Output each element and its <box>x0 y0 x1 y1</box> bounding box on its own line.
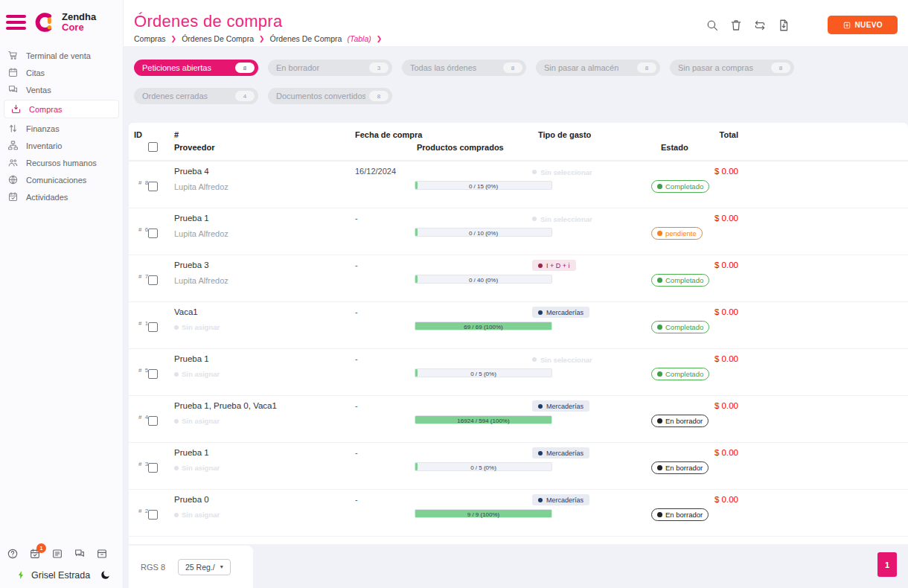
progress-bar: 69 / 69 (100%) <box>415 322 552 330</box>
archive-button[interactable] <box>96 548 108 560</box>
sidebar-item-actividades[interactable]: Actividades <box>0 188 123 205</box>
sidebar-item-ventas[interactable]: Ventas <box>0 81 123 98</box>
brand-name-main: Zendha <box>62 12 96 22</box>
sidebar-item-finanzas[interactable]: Finanzas <box>0 120 123 137</box>
row-proveedor[interactable]: Prueba 1 <box>174 448 209 457</box>
row-fecha: - <box>355 354 358 363</box>
sidebar-item-label: Finanzas <box>26 124 60 133</box>
chevron-down-icon: ▾ <box>220 563 223 570</box>
estado-label: En borrador <box>665 417 703 425</box>
row-proveedor[interactable]: Prueba 1, Prueba 0, Vaca1 <box>174 401 277 410</box>
tipo-gasto-badge: Mercaderías <box>532 400 589 412</box>
tipo-gasto-label: Sin seleccionar <box>540 168 592 176</box>
row-checkbox[interactable] <box>148 182 158 191</box>
filter-chip-peticiones-abiertas[interactable]: Peticiones abiertas8 <box>134 60 258 76</box>
row-subtitle-label: Sin asignar <box>182 417 220 425</box>
globe-icon <box>7 174 19 185</box>
dot-icon <box>174 513 179 517</box>
sidebar-item-recursos-humanos[interactable]: Recursos humanos <box>0 154 123 171</box>
sidebar-item-label: Actividades <box>26 193 68 202</box>
filter-chip-count: 3 <box>369 63 389 73</box>
filter-chip-count: 8 <box>369 91 389 101</box>
sidebar-item-comunicaciones[interactable]: Comunicaciones <box>0 171 123 188</box>
repeat-button[interactable] <box>753 19 767 32</box>
table-row: # 1Vaca1Sin asignar-69 / 69 (100%)Mercad… <box>129 302 908 349</box>
page-1-button[interactable]: 1 <box>877 552 897 577</box>
tipo-gasto-badge: Mercaderías <box>532 494 589 505</box>
row-checkbox[interactable] <box>148 229 158 238</box>
breadcrumb-item[interactable]: Compras <box>134 34 166 43</box>
filter-chip-ordenes-cerradas[interactable]: Ordenes cerradas4 <box>134 88 258 104</box>
row-proveedor[interactable]: Vaca1 <box>174 307 198 316</box>
list-button[interactable] <box>51 548 63 560</box>
row-checkbox[interactable] <box>148 275 158 285</box>
progress-label: 0 / 5 (0%) <box>415 371 551 377</box>
filter-chip-count: 8 <box>503 63 522 73</box>
sidebar-item-citas[interactable]: Citas <box>0 64 123 81</box>
row-checkbox[interactable] <box>148 369 158 379</box>
filter-chip-sin-pasar-a-almacen[interactable]: Sin pasar a almacén8 <box>536 60 660 76</box>
topbar-actions: NUEVO <box>706 16 898 34</box>
sidebar-item-compras[interactable]: Compras <box>4 100 119 118</box>
trash-button[interactable] <box>729 19 743 32</box>
progress-label: 69 / 69 (100%) <box>415 324 551 330</box>
filter-chip-en-borrador[interactable]: En borrador3 <box>268 60 392 76</box>
search-button[interactable] <box>706 19 719 32</box>
row-checkbox[interactable] <box>148 322 158 332</box>
chat-icon <box>7 84 19 95</box>
help-button[interactable] <box>7 548 19 560</box>
table-row: # 8Prueba 4Lupita Alfredoz16/12/20240 / … <box>129 162 908 208</box>
row-subtitle-label: Lupita Alfredoz <box>174 229 228 238</box>
row-proveedor[interactable]: Prueba 1 <box>174 354 209 363</box>
page-size-value: 25 Reg./ <box>185 563 215 572</box>
file-download-icon <box>777 19 790 32</box>
sidebar-item-label: Comunicaciones <box>26 176 86 185</box>
user-row: Grisel Estrada <box>0 560 123 582</box>
tipo-gasto-badge: Mercaderías <box>532 307 589 318</box>
row-checkbox[interactable] <box>148 510 158 520</box>
breadcrumb-tabla: (Tabla) <box>347 34 371 43</box>
row-proveedor[interactable]: Prueba 3 <box>174 261 209 269</box>
hamburger-menu-icon[interactable] <box>6 15 26 30</box>
filter-chip-documentos-convertidos[interactable]: Documentos convertidos8 <box>268 88 392 104</box>
calendar-alert-button[interactable]: 1 <box>29 548 41 560</box>
chat-bubbles-button[interactable] <box>74 548 86 560</box>
row-id: # 5 <box>138 367 149 374</box>
row-subtitle-label: Sin asignar <box>182 464 220 472</box>
row-subtitle-label: Sin asignar <box>182 511 220 519</box>
estado-label: Completado <box>665 323 703 331</box>
row-proveedor[interactable]: Prueba 4 <box>174 167 209 176</box>
row-subtitle: Sin asignar <box>174 370 220 378</box>
page-size-select[interactable]: 25 Reg./ ▾ <box>178 559 231 575</box>
row-proveedor[interactable]: Prueba 1 <box>174 214 209 223</box>
filter-chip-sin-pasar-a-compras[interactable]: Sin pasar a compras8 <box>670 60 794 76</box>
row-fecha: 16/12/2024 <box>355 167 396 176</box>
cart-icon <box>7 50 19 61</box>
header-estado: Estado <box>661 143 688 152</box>
arrows-up-down-icon <box>7 123 19 134</box>
breadcrumb-item[interactable]: Órdenes De Compra <box>270 34 342 43</box>
user-name: Grisel Estrada <box>31 570 90 581</box>
sidebar-item-terminal-de-venta[interactable]: Terminal de venta <box>0 47 123 64</box>
dark-mode-moon-icon[interactable] <box>100 569 111 581</box>
notification-badge: 1 <box>36 543 46 553</box>
dot-icon <box>657 231 662 236</box>
file-download-button[interactable] <box>777 19 790 32</box>
select-all-checkbox[interactable] <box>148 142 158 152</box>
header-id: ID <box>134 130 142 139</box>
dot-icon <box>538 451 543 456</box>
filter-chip-todas-las-ordenes[interactable]: Todas las órdenes8 <box>402 60 526 76</box>
sidebar-item-inventario[interactable]: Inventario <box>0 137 123 154</box>
header-fecha: Fecha de compra <box>355 130 422 139</box>
row-proveedor[interactable]: Prueba 0 <box>174 495 209 504</box>
new-button[interactable]: NUEVO <box>828 16 898 34</box>
filter-chip-label: Sin pasar a compras <box>678 63 753 72</box>
filter-chip-label: Todas las órdenes <box>410 63 476 72</box>
row-checkbox[interactable] <box>148 463 158 473</box>
row-fecha: - <box>355 214 358 223</box>
row-subtitle-label: Lupita Alfredoz <box>174 182 228 191</box>
breadcrumb-item[interactable]: Órdenes De Compra <box>182 34 254 43</box>
row-checkbox[interactable] <box>148 416 158 426</box>
row-total: $ 0.00 <box>714 261 738 269</box>
dot-icon <box>174 372 179 377</box>
